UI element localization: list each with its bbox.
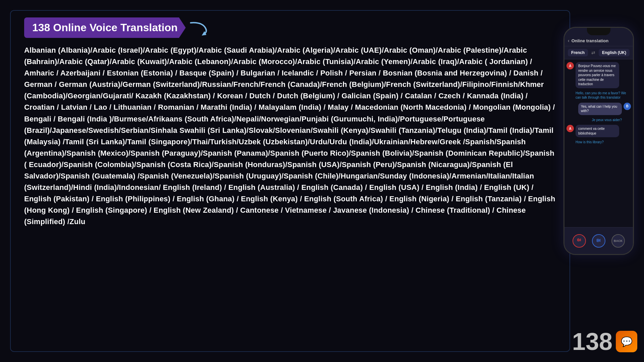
phone-bottom-controls: BACK: [564, 227, 633, 254]
avatar-a-1: A: [566, 62, 574, 69]
message-row-3: A comment va cette bibliothèque: [566, 125, 631, 137]
message-bubble-1: Bonjour Pouvez-vous me rendre un service…: [576, 62, 619, 88]
svg-rect-4: [580, 239, 581, 241]
message-row-2: B Yes, what can I help you with?: [566, 103, 631, 115]
arrow-decoration: [189, 20, 212, 37]
message-bubble-3: comment va cette bibliothèque: [576, 125, 619, 137]
languages-list: Albanian (Albania)/Arabic (Israel)/Arabi…: [24, 45, 556, 228]
phone-header: ‹ Online translation: [564, 35, 633, 46]
svg-rect-6: [598, 239, 598, 242]
translation-text-1: Hello, can you do me a favor? We can tal…: [576, 91, 631, 100]
svg-rect-5: [597, 239, 597, 242]
brand-number: 138: [572, 328, 612, 355]
translation-text-3: How is this library?: [576, 140, 631, 145]
main-container: 138 Online Voice Translation Albanian (A…: [10, 10, 570, 352]
avatar-a-3: A: [566, 125, 574, 132]
page-title: 138 Online Voice Translation: [32, 21, 178, 34]
svg-rect-3: [579, 239, 580, 241]
swap-languages-icon[interactable]: ⇄: [591, 50, 595, 55]
chat-area: A Bonjour Pouvez-vous me rendre un servi…: [564, 59, 633, 147]
message-text-1: Bonjour Pouvez-vous me rendre un service…: [578, 64, 616, 86]
target-language-button[interactable]: English (UK): [599, 49, 630, 56]
phone-body: ‹ Online translation French ⇄ English (U…: [563, 27, 634, 255]
back-chevron-icon[interactable]: ‹: [568, 38, 569, 43]
phone-header-title: Online translation: [572, 38, 609, 43]
branding: 138 💬: [572, 328, 637, 355]
svg-rect-8: [600, 239, 600, 242]
language-selector: French ⇄ English (UK): [564, 46, 633, 59]
phone-screen: ‹ Online translation French ⇄ English (U…: [564, 35, 633, 227]
title-banner: 138 Online Voice Translation: [24, 17, 186, 38]
message-bubble-2: Yes, what can I help you with?: [578, 103, 622, 115]
back-button[interactable]: BACK: [611, 234, 625, 248]
mic-b-button[interactable]: [592, 234, 605, 248]
title-box: 138 Online Voice Translation: [24, 17, 186, 38]
phone-mockup: ‹ Online translation French ⇄ English (U…: [563, 27, 634, 255]
svg-rect-7: [599, 239, 599, 242]
message-row-1: A Bonjour Pouvez-vous me rendre un servi…: [566, 62, 631, 88]
message-text-3: comment va cette bibliothèque: [578, 127, 605, 135]
translation-text-2: Je peux vous aider?: [566, 118, 622, 122]
source-language-button[interactable]: French: [568, 49, 588, 56]
phone-notch: [587, 28, 610, 35]
avatar-b-2: B: [624, 103, 631, 110]
mic-a-button[interactable]: [573, 234, 586, 248]
message-text-2: Yes, what can I help you with?: [581, 105, 617, 113]
svg-rect-2: [578, 238, 579, 242]
svg-rect-1: [577, 239, 578, 241]
chat-icon: 💬: [621, 336, 633, 347]
brand-icon: 💬: [616, 331, 637, 352]
